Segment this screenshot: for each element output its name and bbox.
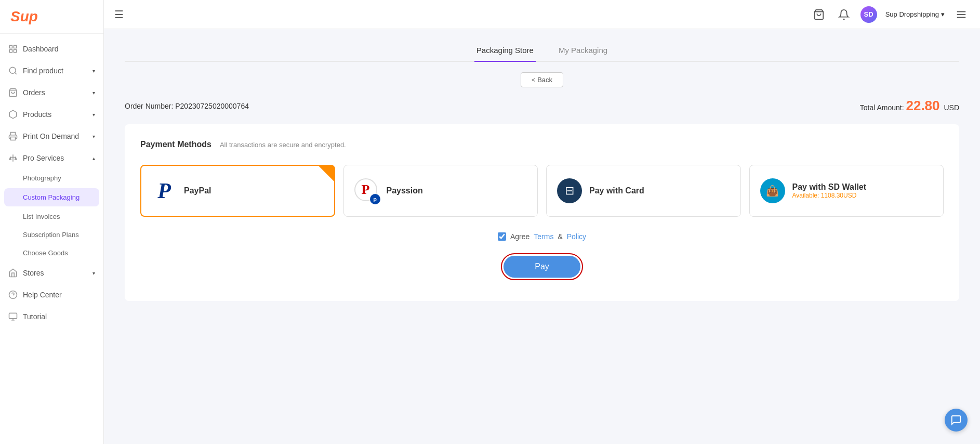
sd-wallet-icon: 👜 (760, 178, 785, 203)
search-icon (8, 66, 18, 75)
sidebar-item-print-on-demand-label: Print On Demand (23, 132, 79, 140)
hamburger-menu[interactable]: ☰ (114, 8, 124, 21)
topbar-icons: SD Sup Dropshipping ▾ (811, 6, 970, 23)
user-name[interactable]: Sup Dropshipping ▾ (885, 10, 945, 18)
sidebar-item-print-on-demand[interactable]: Print On Demand ▾ (0, 125, 103, 147)
print-on-demand-chevron: ▾ (92, 134, 95, 139)
logo-text: Sup (10, 8, 38, 24)
order-info: Order Number: P20230725020000764 Total A… (125, 98, 959, 114)
sidebar-item-find-product[interactable]: Find product ▾ (0, 60, 103, 82)
pay-with-card-icon: ⊟ (557, 178, 582, 203)
list-invoices-label: List Invoices (23, 213, 60, 220)
pay-button[interactable]: Pay (504, 256, 580, 278)
stores-chevron: ▾ (92, 270, 95, 276)
sidebar-sub-item-custom-packaging[interactable]: Custom Packaging (4, 188, 99, 206)
amount-value: 22.80 (906, 98, 939, 113)
scale-icon (8, 153, 18, 163)
chat-button[interactable] (945, 409, 968, 432)
paypal-label: PayPal (184, 186, 211, 195)
sidebar-item-find-product-label: Find product (23, 67, 63, 75)
agree-checkbox[interactable] (498, 232, 506, 241)
terms-link[interactable]: Terms (534, 232, 553, 241)
sidebar-sub-item-choose-goods[interactable]: Choose Goods (0, 244, 103, 262)
ampersand: & (558, 232, 562, 241)
grid-icon (8, 44, 18, 54)
sidebar-sub-item-photography[interactable]: Photography (0, 169, 103, 187)
topbar: ☰ SD Sup Dropshipping ▾ (104, 0, 980, 29)
selected-corner (319, 166, 334, 181)
tab-my-packaging[interactable]: My Packaging (557, 40, 610, 61)
sidebar: Sup Dashboard Find product ▾ Orders ▾ Pr… (0, 0, 104, 444)
sidebar-item-tutorial-label: Tutorial (23, 312, 47, 321)
sidebar-item-stores-label: Stores (23, 269, 44, 277)
sidebar-item-products[interactable]: Products ▾ (0, 103, 103, 125)
svg-rect-2 (9, 50, 12, 53)
sidebar-item-dashboard-label: Dashboard (23, 45, 59, 53)
sidebar-item-orders-label: Orders (23, 88, 45, 97)
printer-icon (8, 132, 18, 141)
svg-point-4 (9, 67, 16, 73)
sd-wallet-available: Available: 1108.30USD (792, 192, 867, 199)
notification-icon[interactable] (836, 6, 852, 23)
sd-wallet-info: Pay with SD Wallet Available: 1108.30USD (792, 182, 867, 199)
svg-rect-6 (11, 137, 16, 140)
card-symbol: ⊟ (565, 184, 574, 198)
products-chevron: ▾ (92, 112, 95, 117)
currency: USD (944, 103, 959, 112)
total-amount: Total Amount: 22.80 USD (860, 98, 959, 114)
svg-rect-0 (9, 45, 12, 48)
sidebar-item-help-center[interactable]: Help Center (0, 284, 103, 306)
svg-rect-3 (14, 50, 17, 53)
pro-services-chevron: ▴ (92, 155, 95, 161)
paypal-icon: P (152, 178, 177, 203)
sidebar-item-pro-services[interactable]: Pro Services ▴ (0, 147, 103, 169)
payssion-label: Payssion (387, 186, 423, 195)
policy-link[interactable]: Policy (567, 232, 586, 241)
subscription-plans-label: Subscription Plans (23, 231, 79, 239)
payment-method-paypal[interactable]: P PayPal (140, 165, 335, 217)
svg-rect-10 (9, 313, 17, 319)
custom-packaging-label: Custom Packaging (23, 193, 80, 201)
user-chevron-icon: ▾ (941, 10, 945, 18)
pay-with-card-label: Pay with Card (589, 186, 644, 195)
sidebar-item-tutorial[interactable]: Tutorial (0, 306, 103, 328)
photography-label: Photography (23, 174, 61, 182)
sidebar-item-products-label: Products (23, 110, 51, 119)
order-number: Order Number: P20230725020000764 (125, 102, 249, 110)
avatar[interactable]: SD (860, 6, 877, 23)
sd-wallet-label: Pay with SD Wallet (792, 182, 867, 192)
pay-button-wrapper: Pay (140, 253, 944, 280)
sidebar-item-stores[interactable]: Stores ▾ (0, 262, 103, 284)
store-icon (8, 268, 18, 278)
tutorial-icon (8, 312, 18, 321)
logo: Sup (0, 0, 103, 34)
back-button[interactable]: < Back (521, 72, 563, 87)
cart-icon[interactable] (811, 6, 827, 23)
payssion-blue-dot: p (370, 194, 380, 204)
box-icon (8, 110, 18, 119)
payment-method-sd-wallet[interactable]: 👜 Pay with SD Wallet Available: 1108.30U… (749, 165, 944, 217)
agree-section: Agree Terms & Policy (140, 232, 944, 241)
choose-goods-label: Choose Goods (23, 249, 68, 257)
topbar-more-icon[interactable] (953, 6, 970, 23)
page-content: Packaging Store My Packaging < Back Orde… (104, 29, 980, 444)
payment-method-payssion[interactable]: P p Payssion (343, 165, 538, 217)
sidebar-item-orders[interactable]: Orders ▾ (0, 82, 103, 103)
bag-icon (8, 88, 18, 97)
payment-section: Payment Methods All transactions are sec… (125, 124, 959, 301)
payment-secure-text: All transactions are secure and encrypte… (220, 141, 346, 149)
sidebar-nav: Dashboard Find product ▾ Orders ▾ Produc… (0, 34, 103, 444)
svg-rect-1 (14, 45, 17, 48)
tab-packaging-store[interactable]: Packaging Store (474, 40, 536, 61)
page-tabs: Packaging Store My Packaging (125, 40, 959, 62)
sidebar-item-help-center-label: Help Center (23, 291, 62, 299)
avatar-text: SD (864, 10, 873, 18)
agree-text: Agree (510, 232, 529, 241)
sidebar-item-pro-services-label: Pro Services (23, 154, 64, 162)
sidebar-sub-item-list-invoices[interactable]: List Invoices (0, 207, 103, 226)
sidebar-sub-item-subscription-plans[interactable]: Subscription Plans (0, 226, 103, 244)
sidebar-item-dashboard[interactable]: Dashboard (0, 38, 103, 60)
payment-method-card[interactable]: ⊟ Pay with Card (546, 165, 741, 217)
main-container: ☰ SD Sup Dropshipping ▾ Packa (104, 0, 980, 444)
pay-button-outer: Pay (501, 253, 583, 280)
